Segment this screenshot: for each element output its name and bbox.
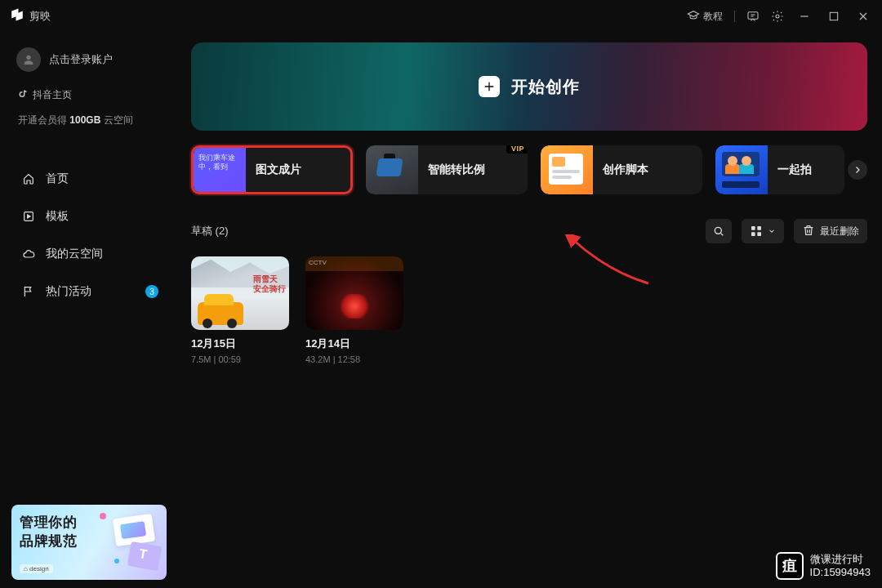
draft-meta-1: 7.5M | 00:59: [191, 354, 289, 364]
content: 开始创作 我们乘车途中，看到 图文成片 VIP 智能转比例 创作脚本: [180, 33, 882, 588]
sidebar: 点击登录账户 抖音主页 开通会员得 100GB 云空间 首页 模板: [0, 33, 180, 588]
promo-decoration: [96, 513, 162, 572]
plus-icon: [479, 76, 500, 97]
app-logo-icon: [10, 7, 24, 25]
svg-rect-6: [751, 226, 755, 230]
nav-templates-label: 模板: [46, 209, 69, 224]
start-creation-banner[interactable]: 开始创作: [191, 42, 867, 131]
feature-card-script[interactable]: 创作脚本: [541, 145, 702, 194]
draft-title-1: 12月15日: [191, 336, 289, 351]
draft-meta-2: 43.2M | 12:58: [305, 354, 403, 364]
hero-label: 开始创作: [511, 76, 580, 98]
watermark-icon: 疽: [776, 552, 804, 580]
view-mode-button[interactable]: [742, 219, 784, 243]
app-name: 剪映: [29, 9, 51, 24]
login-text: 点击登录账户: [49, 52, 113, 67]
feature-label-4: 一起拍: [777, 163, 812, 177]
svg-rect-0: [748, 12, 758, 20]
feature-row: 我们乘车途中，看到 图文成片 VIP 智能转比例 创作脚本: [191, 145, 867, 194]
settings-button[interactable]: [771, 10, 784, 23]
divider: [734, 11, 735, 22]
cloud-icon: [21, 247, 36, 261]
feature-card-shoot-together[interactable]: 一起拍: [715, 145, 844, 194]
titlebar: 剪映 教程: [0, 0, 882, 33]
feature-thumb-1: 我们乘车途中，看到: [194, 145, 246, 194]
drafts-header: 草稿 (2) 最近删除: [191, 219, 867, 243]
trash-icon: [802, 224, 815, 239]
promo-tag: ⌂ design: [20, 564, 53, 573]
feature-thumb-3: [541, 145, 593, 194]
tutorial-link[interactable]: 教程: [687, 9, 723, 24]
activities-badge: 3: [145, 285, 158, 298]
nav-home-label: 首页: [46, 172, 69, 186]
feature-label-3: 创作脚本: [603, 163, 648, 177]
nav-home[interactable]: 首页: [11, 163, 168, 194]
avatar-placeholder-icon: [16, 47, 41, 72]
thumb1-caption: 我们乘车途中，看到: [198, 154, 246, 172]
drafts-title: 草稿 (2): [191, 224, 706, 238]
draft-thumb-1: 雨雪天 安全骑行: [191, 256, 289, 330]
feature-label-1: 图文成片: [256, 163, 301, 177]
feature-thumb-4: [715, 145, 768, 194]
nav-templates[interactable]: 模板: [11, 201, 168, 232]
membership-promo[interactable]: 开通会员得 100GB 云空间: [11, 107, 168, 134]
login-row[interactable]: 点击登录账户: [11, 41, 168, 83]
watermark: 疽 微课进行时 ID:15994943: [776, 552, 871, 580]
brand-promo-card[interactable]: 管理你的 品牌规范 ⌂ design: [11, 505, 167, 580]
search-button[interactable]: [706, 219, 732, 243]
watermark-line2: ID:15994943: [810, 566, 871, 579]
feature-thumb-2: [366, 145, 418, 194]
douyin-home-link[interactable]: 抖音主页: [11, 83, 168, 107]
flag-icon: [21, 284, 36, 299]
svg-point-3: [26, 56, 30, 60]
vip-badge: VIP: [506, 145, 528, 154]
douyin-icon: [18, 89, 28, 101]
nav-cloud-label: 我的云空间: [46, 247, 103, 261]
feature-label-2: 智能转比例: [428, 163, 485, 177]
draft-thumb-2: CCTV: [305, 256, 403, 330]
nav-cloud[interactable]: 我的云空间: [11, 238, 168, 270]
feature-card-image-to-video[interactable]: 我们乘车途中，看到 图文成片: [191, 145, 353, 194]
recent-delete-label: 最近删除: [820, 225, 859, 238]
recent-delete-button[interactable]: 最近删除: [794, 219, 867, 243]
nav-list: 首页 模板 我的云空间 热门活动 3: [11, 163, 168, 307]
minimize-button[interactable]: [795, 7, 813, 25]
nav-activities-label: 热门活动: [46, 284, 91, 299]
drafts-grid: 雨雪天 安全骑行 12月15日 7.5M | 00:59 CCTV 12月14日…: [191, 256, 867, 364]
svg-rect-7: [757, 226, 761, 230]
svg-rect-2: [830, 12, 837, 20]
nav-activities[interactable]: 热门活动 3: [11, 276, 168, 307]
draft-item-1[interactable]: 雨雪天 安全骑行 12月15日 7.5M | 00:59: [191, 256, 289, 364]
svg-rect-8: [751, 232, 755, 236]
maximize-button[interactable]: [825, 7, 843, 25]
feature-card-smart-ratio[interactable]: VIP 智能转比例: [366, 145, 528, 194]
douyin-label: 抖音主页: [33, 88, 72, 102]
feedback-button[interactable]: [746, 10, 760, 23]
templates-icon: [21, 209, 36, 224]
svg-point-5: [715, 227, 721, 234]
tutorial-label: 教程: [703, 10, 723, 24]
scroll-next-button[interactable]: [848, 160, 867, 180]
draft-item-2[interactable]: CCTV 12月14日 43.2M | 12:58: [305, 256, 403, 364]
home-icon: [21, 172, 36, 186]
graduation-cap-icon: [687, 9, 700, 24]
svg-rect-9: [757, 232, 761, 236]
watermark-line1: 微课进行时: [810, 553, 871, 566]
svg-point-1: [776, 15, 779, 18]
draft-title-2: 12月14日: [305, 336, 403, 351]
close-button[interactable]: [854, 7, 872, 25]
